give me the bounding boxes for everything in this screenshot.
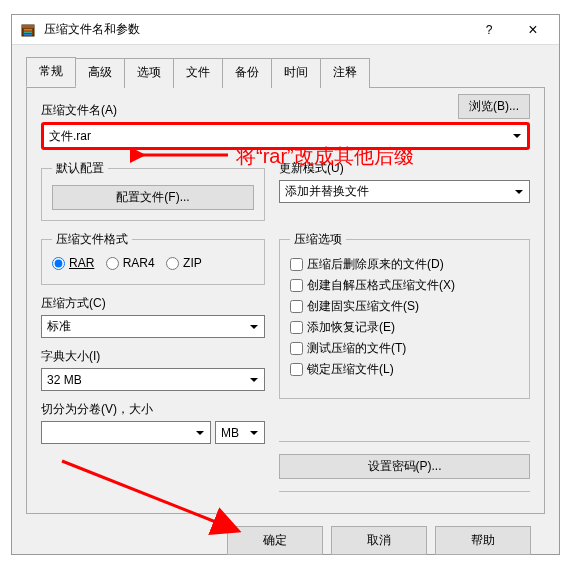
help-footer-button[interactable]: 帮助 <box>435 526 531 555</box>
opt-solid[interactable]: 创建固实压缩文件(S) <box>290 298 519 315</box>
tab-comment[interactable]: 注释 <box>320 58 370 88</box>
tab-bar: 常规 高级 选项 文件 备份 时间 注释 <box>26 57 545 88</box>
svg-rect-3 <box>24 31 32 33</box>
browse-button[interactable]: 浏览(B)... <box>458 94 530 119</box>
opt-lock[interactable]: 锁定压缩文件(L) <box>290 361 519 378</box>
method-label: 压缩方式(C) <box>41 295 265 312</box>
dict-select[interactable]: 32 MB <box>41 368 265 391</box>
options-legend: 压缩选项 <box>290 231 346 248</box>
titlebar: 压缩文件名和参数 ? × <box>12 15 559 45</box>
help-button[interactable]: ? <box>467 16 511 44</box>
tab-time[interactable]: 时间 <box>271 58 321 88</box>
format-legend: 压缩文件格式 <box>52 231 132 248</box>
dict-label: 字典大小(I) <box>41 348 265 365</box>
options-group: 压缩选项 压缩后删除原来的文件(D) 创建自解压格式压缩文件(X) 创建固实压缩… <box>279 231 530 399</box>
tab-backup[interactable]: 备份 <box>222 58 272 88</box>
format-zip[interactable]: ZIP <box>166 256 202 270</box>
split-unit-select[interactable]: MB <box>215 421 265 444</box>
tab-advanced[interactable]: 高级 <box>75 58 125 88</box>
close-button[interactable]: × <box>511 16 555 44</box>
svg-rect-2 <box>24 29 32 31</box>
profiles-button[interactable]: 配置文件(F)... <box>52 185 254 210</box>
tab-files[interactable]: 文件 <box>173 58 223 88</box>
format-rar4[interactable]: RAR4 <box>106 256 155 270</box>
filename-label: 压缩文件名(A) <box>41 102 530 119</box>
svg-rect-1 <box>22 25 34 28</box>
update-mode-label: 更新模式(U) <box>279 160 530 177</box>
cancel-button[interactable]: 取消 <box>331 526 427 555</box>
format-group: 压缩文件格式 RAR RAR4 ZIP <box>41 231 265 285</box>
split-size-input[interactable] <box>41 421 211 444</box>
split-label: 切分为分卷(V)，大小 <box>41 401 265 418</box>
window-title: 压缩文件名和参数 <box>44 21 467 38</box>
opt-test[interactable]: 测试压缩的文件(T) <box>290 340 519 357</box>
tab-pane-general: 浏览(B)... 压缩文件名(A) 文件.rar 默认配置 配置文件(F)... <box>26 88 545 514</box>
default-profile-group: 默认配置 配置文件(F)... <box>41 160 265 221</box>
tab-general[interactable]: 常规 <box>26 57 76 87</box>
app-icon <box>20 22 36 38</box>
svg-rect-4 <box>24 34 32 36</box>
format-rar[interactable]: RAR <box>52 256 94 270</box>
filename-input[interactable]: 文件.rar <box>41 122 530 150</box>
update-mode-select[interactable]: 添加并替换文件 <box>279 180 530 203</box>
opt-sfx[interactable]: 创建自解压格式压缩文件(X) <box>290 277 519 294</box>
opt-delete-after[interactable]: 压缩后删除原来的文件(D) <box>290 256 519 273</box>
opt-recovery[interactable]: 添加恢复记录(E) <box>290 319 519 336</box>
method-select[interactable]: 标准 <box>41 315 265 338</box>
password-button[interactable]: 设置密码(P)... <box>279 454 530 479</box>
ok-button[interactable]: 确定 <box>227 526 323 555</box>
default-profile-legend: 默认配置 <box>52 160 108 177</box>
tab-options[interactable]: 选项 <box>124 58 174 88</box>
